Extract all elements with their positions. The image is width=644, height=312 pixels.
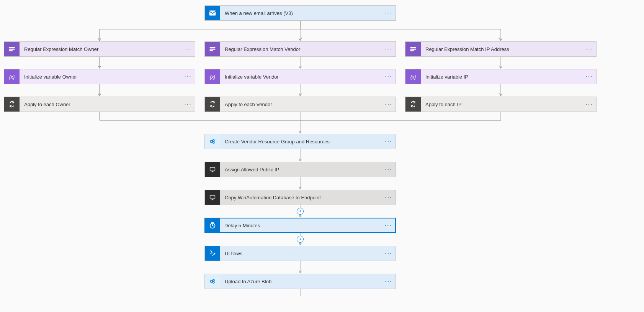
regex-vendor-card[interactable]: Regular Expression Match Vendor ··· <box>204 41 396 57</box>
regex-icon <box>205 42 220 56</box>
svg-text:{x}: {x} <box>410 74 417 80</box>
delay-menu[interactable]: ··· <box>384 222 395 229</box>
regex-owner-label: Regular Expression Match Owner <box>20 46 183 52</box>
delay-label: Delay 5 Minutes <box>220 223 384 228</box>
add-step-button[interactable]: + <box>297 236 304 243</box>
init-vendor-label: Initialize variable Vendor <box>220 74 384 80</box>
regex-ip-menu[interactable]: ··· <box>585 46 596 53</box>
assign-ip-label: Assign Allowed Public IP <box>220 167 384 172</box>
svg-rect-12 <box>410 50 414 51</box>
trigger-menu[interactable]: ··· <box>384 10 396 16</box>
clock-icon <box>205 218 220 232</box>
svg-rect-4 <box>9 50 13 51</box>
add-step-button[interactable]: + <box>297 208 304 215</box>
trigger-label: When a new email arrives (V3) <box>220 10 384 16</box>
uiflows-menu[interactable]: ··· <box>384 250 396 257</box>
svg-text:{x}: {x} <box>9 74 15 80</box>
svg-rect-19 <box>210 167 215 171</box>
azure-icon <box>205 274 220 289</box>
svg-text:{x}: {x} <box>210 74 216 80</box>
variable-icon: {x} <box>205 69 220 84</box>
regex-owner-card[interactable]: Regular Expression Match Owner ··· <box>4 41 195 57</box>
uiflows-card[interactable]: UI flows ··· <box>204 246 396 261</box>
create-resource-label: Create Vendor Resource Group and Resourc… <box>220 139 384 145</box>
regex-vendor-menu[interactable]: ··· <box>384 46 396 53</box>
svg-rect-7 <box>210 49 216 50</box>
init-owner-menu[interactable]: ··· <box>183 73 195 80</box>
upload-blob-menu[interactable]: ··· <box>384 278 396 285</box>
apply-ip-label: Apply to each IP <box>421 102 585 107</box>
init-vendor-card[interactable]: {x} Initialize variable Vendor ··· <box>204 69 396 84</box>
trigger-email-card[interactable]: When a new email arrives (V3) ··· <box>204 5 396 21</box>
upload-blob-card[interactable]: Upload to Azure Blob ··· <box>204 274 396 289</box>
apply-owner-label: Apply to each Owner <box>20 102 183 107</box>
create-resource-card[interactable]: Create Vendor Resource Group and Resourc… <box>204 134 396 149</box>
svg-point-29 <box>214 253 215 254</box>
variable-icon: {x} <box>4 69 20 84</box>
init-ip-label: Initialize variable IP <box>421 74 585 80</box>
loop-icon <box>205 97 220 112</box>
assign-ip-menu[interactable]: ··· <box>384 166 396 173</box>
svg-line-34 <box>212 282 213 282</box>
copy-db-card[interactable]: Copy WinAutomation Database to Endpoint … <box>204 190 396 205</box>
apply-ip-menu[interactable]: ··· <box>585 101 596 108</box>
svg-rect-8 <box>210 50 213 51</box>
ui-flows-icon <box>205 246 220 261</box>
apply-owner-card[interactable]: Apply to each Owner ··· <box>4 97 195 112</box>
init-vendor-menu[interactable]: ··· <box>384 73 396 80</box>
upload-blob-label: Upload to Azure Blob <box>220 279 384 284</box>
svg-line-33 <box>212 281 213 281</box>
azure-icon <box>205 134 220 149</box>
delay-card[interactable]: Delay 5 Minutes ··· <box>204 218 396 233</box>
init-owner-label: Initialize variable Owner <box>20 74 183 80</box>
apply-vendor-menu[interactable]: ··· <box>384 101 396 108</box>
loop-icon <box>4 97 20 112</box>
svg-line-27 <box>212 226 214 226</box>
assign-ip-card[interactable]: Assign Allowed Public IP ··· <box>204 162 396 177</box>
outlook-icon <box>205 6 220 20</box>
apply-owner-menu[interactable]: ··· <box>183 101 195 108</box>
regex-icon <box>405 42 421 56</box>
loop-icon <box>405 97 421 112</box>
init-ip-menu[interactable]: ··· <box>585 73 596 80</box>
apply-ip-card[interactable]: Apply to each IP ··· <box>405 97 597 112</box>
svg-rect-10 <box>410 47 416 49</box>
init-ip-card[interactable]: {x} Initialize variable IP ··· <box>405 69 597 84</box>
copy-db-label: Copy WinAutomation Database to Endpoint <box>220 195 384 200</box>
svg-rect-6 <box>210 47 216 49</box>
regex-owner-menu[interactable]: ··· <box>183 46 195 53</box>
copy-db-menu[interactable]: ··· <box>384 194 396 201</box>
uiflows-label: UI flows <box>220 251 384 256</box>
svg-line-18 <box>212 142 213 142</box>
init-owner-card[interactable]: {x} Initialize variable Owner ··· <box>4 69 195 84</box>
create-resource-menu[interactable]: ··· <box>384 138 396 145</box>
variable-icon: {x} <box>405 69 421 84</box>
runbook-icon <box>205 162 220 177</box>
runbook-icon <box>205 190 220 205</box>
regex-ip-label: Regular Expression Match IP Address <box>421 46 585 52</box>
regex-icon <box>4 42 20 56</box>
svg-rect-11 <box>410 49 416 50</box>
svg-rect-3 <box>9 49 15 50</box>
svg-rect-2 <box>9 47 15 49</box>
svg-line-17 <box>212 141 213 141</box>
regex-vendor-label: Regular Expression Match Vendor <box>220 46 384 52</box>
apply-vendor-card[interactable]: Apply to each Vendor ··· <box>204 97 396 112</box>
svg-rect-22 <box>210 195 215 199</box>
regex-ip-card[interactable]: Regular Expression Match IP Address ··· <box>405 41 597 57</box>
apply-vendor-label: Apply to each Vendor <box>220 102 384 107</box>
